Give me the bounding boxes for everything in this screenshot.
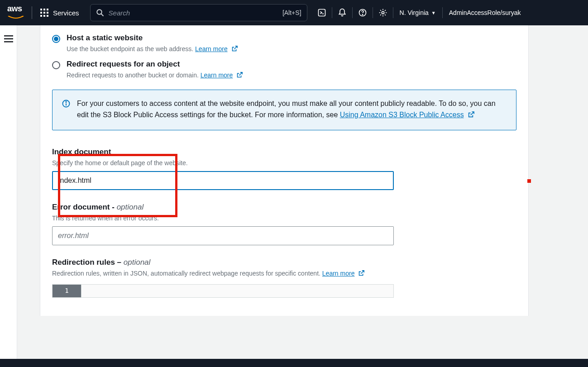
aws-text: aws	[7, 5, 24, 13]
svg-line-10	[101, 14, 103, 16]
caret-down-icon: ▼	[431, 10, 436, 15]
svg-rect-1	[43, 9, 45, 10]
svg-rect-7	[43, 15, 45, 17]
svg-rect-4	[43, 12, 45, 14]
svg-point-15	[382, 11, 384, 14]
region-label: N. Virginia	[400, 9, 429, 16]
svg-rect-8	[47, 15, 48, 17]
svg-point-9	[97, 10, 102, 14]
services-grid-icon	[40, 9, 48, 17]
cloudshell-icon[interactable]	[312, 4, 332, 22]
account-menu[interactable]: AdminAccessRole/suryak	[443, 9, 527, 16]
region-selector[interactable]: N. Virginia ▼	[393, 9, 442, 16]
top-nav: aws Services [Alt+S]	[0, 0, 588, 25]
svg-point-14	[362, 14, 363, 15]
aws-smile-icon	[7, 16, 24, 19]
search-icon	[96, 9, 104, 17]
svg-rect-0	[40, 9, 42, 10]
svg-rect-3	[40, 12, 42, 14]
search-input[interactable]	[109, 9, 278, 17]
account-label: AdminAccessRole/suryak	[449, 9, 521, 16]
search-shortcut-hint: [Alt+S]	[282, 9, 301, 16]
search-box[interactable]: [Alt+S]	[90, 4, 307, 21]
services-label: Services	[53, 9, 79, 17]
services-button[interactable]: Services	[34, 4, 86, 22]
aws-logo[interactable]: aws	[5, 5, 30, 21]
help-icon[interactable]	[353, 4, 373, 22]
svg-rect-6	[40, 15, 42, 17]
nav-divider	[32, 6, 32, 19]
svg-rect-5	[47, 12, 48, 14]
svg-rect-2	[47, 9, 48, 10]
settings-icon[interactable]	[373, 4, 393, 22]
notifications-icon[interactable]	[332, 4, 352, 22]
nav-icons	[312, 4, 393, 22]
